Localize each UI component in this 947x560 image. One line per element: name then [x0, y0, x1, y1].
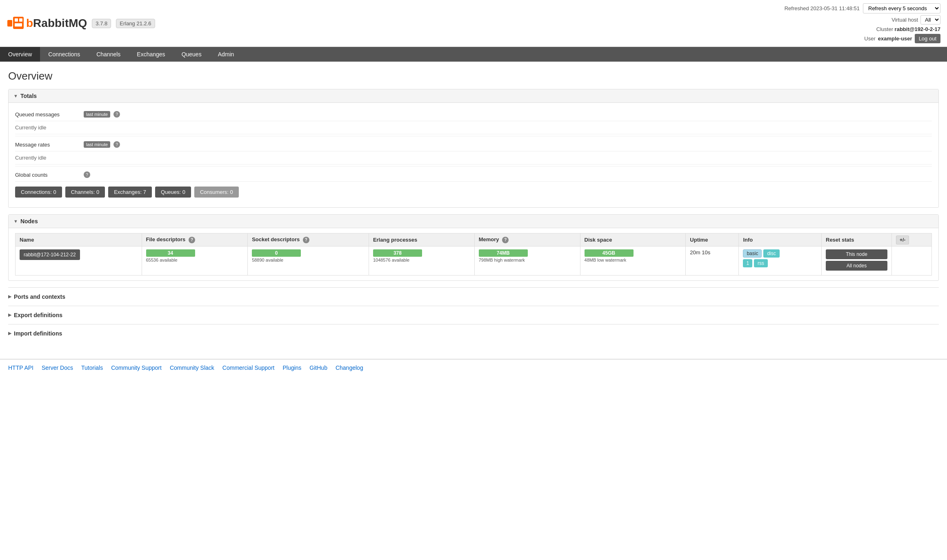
global-counts-row: Global counts ?	[15, 168, 932, 182]
node-name[interactable]: rabbit@172-104-212-22	[20, 249, 80, 260]
nav-item-overview[interactable]: Overview	[0, 47, 40, 62]
socket-desc-help-icon[interactable]: ?	[303, 237, 309, 243]
ports-header[interactable]: ▶ Ports and contexts	[8, 292, 939, 302]
footer-link-changelog[interactable]: Changelog	[336, 364, 363, 371]
info-badges: basic disc	[743, 249, 817, 258]
info-badge-disc[interactable]: disc	[763, 249, 779, 258]
queues-count-button[interactable]: Queues: 0	[155, 187, 191, 198]
socket-desc-avail: 58890 available	[252, 258, 301, 262]
svg-rect-3	[19, 18, 22, 22]
refresh-select[interactable]: Refresh every 5 secondsRefresh every 10 …	[863, 3, 940, 13]
export-header[interactable]: ▶ Export definitions	[8, 310, 939, 320]
queued-idle-text: Currently idle	[15, 121, 932, 134]
connections-count-button[interactable]: Connections: 0	[15, 187, 62, 198]
file-desc-bar-wrap: 34 65536 available	[146, 249, 195, 262]
erlang-badge: Erlang 21.2.6	[116, 19, 155, 28]
file-desc-value: 34	[168, 250, 173, 256]
queued-messages-badge[interactable]: last minute	[84, 111, 110, 118]
nodes-section-header[interactable]: ▼ Nodes	[9, 215, 938, 228]
memory-help-icon[interactable]: ?	[502, 237, 509, 243]
message-rates-help-icon[interactable]: ?	[113, 141, 120, 148]
file-desc-bar: 34	[146, 249, 195, 257]
footer-link-http-api[interactable]: HTTP API	[8, 364, 33, 371]
footer-link-plugins[interactable]: Plugins	[282, 364, 301, 371]
cluster-label: Cluster	[876, 26, 893, 32]
col-info: Info	[739, 233, 822, 247]
nodes-table: Name File descriptors ? Socket descripto…	[15, 233, 932, 276]
footer-link-community-slack[interactable]: Community Slack	[170, 364, 214, 371]
expand-cell	[892, 246, 932, 275]
user-label: User	[864, 36, 875, 42]
nodes-title: Nodes	[20, 218, 38, 224]
col-disk-space: Disk space	[580, 233, 686, 247]
queued-messages-help-icon[interactable]: ?	[113, 111, 120, 118]
info-badge-num[interactable]: 1	[743, 259, 752, 267]
disk-bar-wrap: 45GB 48MB low watermark	[585, 249, 634, 262]
col-name: Name	[16, 233, 142, 247]
nav: Overview Connections Channels Exchanges …	[0, 47, 947, 62]
export-chevron-icon: ▶	[8, 312, 11, 318]
plus-minus-button[interactable]: +/-	[896, 236, 909, 244]
this-node-button[interactable]: This node	[826, 249, 887, 259]
totals-chevron-icon: ▼	[13, 93, 18, 98]
table-row: rabbit@172-104-212-22 34 65536 available	[16, 246, 932, 275]
disk-value: 45GB	[602, 250, 615, 256]
consumers-count-button[interactable]: Consumers: 0	[194, 187, 239, 198]
footer-link-github[interactable]: GitHub	[309, 364, 327, 371]
global-counts-help-icon[interactable]: ?	[84, 171, 90, 178]
import-header[interactable]: ▶ Import definitions	[8, 329, 939, 338]
nav-item-channels[interactable]: Channels	[88, 47, 129, 62]
info-badge-rss[interactable]: rss	[754, 259, 768, 267]
disk-avail: 48MB low watermark	[585, 258, 634, 262]
footer-link-commercial-support[interactable]: Commercial Support	[222, 364, 275, 371]
file-desc-help-icon[interactable]: ?	[189, 237, 195, 243]
footer-link-community-support[interactable]: Community Support	[111, 364, 162, 371]
erlang-bar: 378	[373, 249, 422, 257]
totals-title: Totals	[20, 93, 37, 99]
uptime-value: 20m 10s	[690, 249, 710, 256]
reset-stats-cell: This node All nodes	[822, 246, 892, 275]
cluster-name: rabbit@192-0-2-17	[895, 26, 940, 32]
totals-section-header[interactable]: ▼ Totals	[9, 89, 938, 103]
nav-item-admin[interactable]: Admin	[210, 47, 242, 62]
refreshed-timestamp: Refreshed 2023-05-31 11:48:51	[785, 5, 860, 11]
erlang-avail: 1048576 available	[373, 258, 422, 262]
disk-space-cell: 45GB 48MB low watermark	[580, 246, 686, 275]
refresh-row: Refreshed 2023-05-31 11:48:51 Refresh ev…	[785, 3, 940, 13]
queued-messages-label: Queued messages	[15, 111, 80, 118]
footer-link-server-docs[interactable]: Server Docs	[42, 364, 73, 371]
vhost-row: Virtual host All	[891, 15, 940, 24]
rabbitmq-logo-icon	[7, 14, 24, 32]
vhost-select[interactable]: All	[920, 15, 940, 24]
version-badge: 3.7.8	[92, 19, 111, 28]
col-uptime: Uptime	[686, 233, 739, 247]
nav-item-connections[interactable]: Connections	[40, 47, 88, 62]
socket-desc-value: 0	[275, 250, 278, 256]
info-cell: basic disc 1 rss	[739, 246, 822, 275]
header-right: Refreshed 2023-05-31 11:48:51 Refresh ev…	[785, 3, 940, 43]
svg-rect-4	[15, 23, 22, 27]
all-nodes-button[interactable]: All nodes	[826, 261, 887, 271]
nodes-section: ▼ Nodes Name File descriptors ? Socket d…	[8, 214, 939, 281]
memory-value: 74MB	[497, 250, 510, 256]
col-plus-minus[interactable]: +/-	[892, 233, 932, 247]
import-title: Import definitions	[14, 330, 62, 337]
nav-item-queues[interactable]: Queues	[173, 47, 210, 62]
export-section: ▶ Export definitions	[8, 306, 939, 324]
file-desc-avail: 65536 available	[146, 258, 195, 262]
footer-link-tutorials[interactable]: Tutorials	[81, 364, 103, 371]
counts-row: Connections: 0 Channels: 0 Exchanges: 7 …	[15, 182, 932, 202]
socket-desc-cell: 0 58890 available	[248, 246, 369, 275]
logout-button[interactable]: Log out	[915, 34, 940, 43]
erlang-proc-cell: 378 1048576 available	[369, 246, 474, 275]
info-badge-basic[interactable]: basic	[743, 249, 762, 258]
file-desc-cell: 34 65536 available	[142, 246, 248, 275]
info-badges-row2: 1 rss	[743, 259, 817, 267]
memory-cell: 74MB 798MB high watermark	[474, 246, 580, 275]
nav-item-exchanges[interactable]: Exchanges	[129, 47, 173, 62]
col-memory: Memory ?	[474, 233, 580, 247]
exchanges-count-button[interactable]: Exchanges: 7	[108, 187, 152, 198]
svg-rect-2	[15, 18, 18, 22]
message-rates-badge[interactable]: last minute	[84, 141, 110, 148]
channels-count-button[interactable]: Channels: 0	[65, 187, 105, 198]
